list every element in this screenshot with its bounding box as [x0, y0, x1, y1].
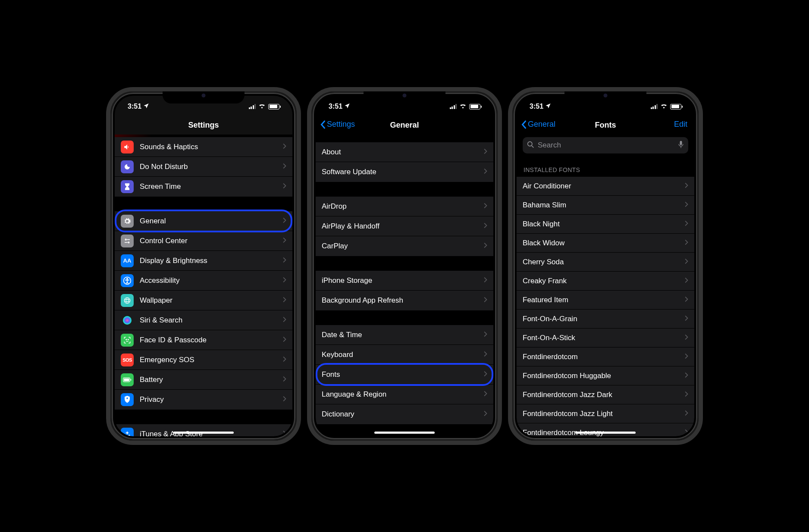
row-sos[interactable]: SOSEmergency SOS	[115, 350, 292, 370]
chevron-right-icon	[685, 296, 688, 304]
general-icon	[121, 215, 134, 228]
sos-icon: SOS	[121, 354, 134, 366]
row-label: Fonts	[322, 370, 484, 379]
row-dictionary[interactable]: Dictionary	[316, 404, 493, 424]
font-row[interactable]: Black Widow	[517, 234, 694, 253]
font-row[interactable]: Font-On-A-Grain	[517, 310, 694, 329]
home-indicator[interactable]	[374, 432, 435, 434]
row-keyboard[interactable]: Keyboard	[316, 345, 493, 365]
font-row[interactable]: Cherry Soda	[517, 253, 694, 272]
svg-point-17	[528, 141, 532, 146]
row-label: Keyboard	[322, 350, 484, 359]
row-date-time[interactable]: Date & Time	[316, 325, 493, 345]
fonts-list[interactable]: INSTALLED FONTSAir ConditionerBahama Sli…	[517, 166, 694, 436]
privacy-icon	[121, 393, 134, 406]
row-wallpaper[interactable]: Wallpaper	[115, 291, 292, 310]
status-time: 3:51	[329, 103, 342, 110]
wifi-icon	[258, 103, 266, 110]
font-row[interactable]: Air Conditioner	[517, 177, 694, 196]
font-row[interactable]: Creaky Frank	[517, 272, 694, 291]
font-row[interactable]: Fontdinerdotcom	[517, 347, 694, 366]
row-label: Creaky Frank	[523, 277, 685, 285]
chevron-right-icon	[283, 430, 286, 437]
row-software-update[interactable]: Software Update	[316, 162, 493, 182]
row-label: Control Center	[140, 237, 283, 245]
row-airdrop[interactable]: AirDrop	[316, 197, 493, 216]
search-placeholder: Search	[538, 141, 674, 150]
back-button[interactable]: Settings	[320, 120, 355, 129]
home-indicator[interactable]	[575, 432, 636, 434]
font-row[interactable]: Font-On-A-Stick	[517, 329, 694, 347]
back-button[interactable]: General	[521, 120, 555, 129]
font-row[interactable]: Fontdinerdotcom Jazz Dark	[517, 385, 694, 404]
row-label: Software Update	[322, 168, 484, 176]
chevron-right-icon	[685, 258, 688, 266]
chevron-right-icon	[283, 297, 286, 304]
mic-icon[interactable]	[678, 141, 684, 150]
wallpaper-icon	[121, 294, 134, 307]
row-label: Black Widow	[523, 239, 685, 247]
row-background-app-refresh[interactable]: Background App Refresh	[316, 291, 493, 310]
row-label: Font-On-A-Stick	[523, 334, 685, 342]
row-display[interactable]: AADisplay & Brightness	[115, 251, 292, 271]
row-airplay-handoff[interactable]: AirPlay & Handoff	[316, 216, 493, 236]
row-screentime[interactable]: Screen Time	[115, 177, 292, 197]
cellular-icon	[450, 104, 457, 109]
screentime-icon	[121, 180, 134, 193]
row-label: General	[140, 217, 283, 225]
row-label: Fontdinerdotcom Jazz Light	[523, 410, 685, 418]
battery-icon	[121, 373, 134, 386]
chevron-right-icon	[685, 220, 688, 228]
chevron-right-icon	[685, 315, 688, 323]
row-label: AirPlay & Handoff	[322, 222, 484, 231]
row-about[interactable]: About	[316, 142, 493, 162]
chevron-right-icon	[283, 143, 286, 151]
edit-button[interactable]: Edit	[674, 120, 687, 129]
chevron-right-icon	[685, 277, 688, 285]
font-row[interactable]: Featured Item	[517, 291, 694, 310]
home-indicator[interactable]	[173, 432, 234, 434]
row-label: Date & Time	[322, 331, 484, 339]
row-dnd[interactable]: Do Not Disturb	[115, 157, 292, 177]
row-faceid[interactable]: Face ID & Passcode	[115, 330, 292, 350]
font-row[interactable]: Bahama Slim	[517, 196, 694, 215]
row-fonts[interactable]: Fonts	[316, 365, 493, 385]
chevron-right-icon	[484, 391, 487, 398]
general-list[interactable]: AboutSoftware UpdateAirDropAirPlay & Han…	[316, 142, 493, 424]
chevron-right-icon	[283, 376, 286, 384]
row-accessibility[interactable]: Accessibility	[115, 271, 292, 291]
row-language-region[interactable]: Language & Region	[316, 385, 493, 404]
row-itunes[interactable]: iTunes & App Store	[115, 424, 292, 436]
settings-list[interactable]: Sounds & HapticsDo Not DisturbScreen Tim…	[115, 137, 292, 436]
row-siri[interactable]: Siri & Search	[115, 310, 292, 330]
row-carplay[interactable]: CarPlay	[316, 236, 493, 256]
row-label: Black Night	[523, 220, 685, 228]
row-label: Bahama Slim	[523, 201, 685, 210]
svg-point-0	[125, 239, 126, 240]
row-sounds[interactable]: Sounds & Haptics	[115, 137, 292, 157]
notch	[364, 91, 445, 103]
chevron-right-icon	[484, 168, 487, 176]
svg-point-4	[124, 297, 130, 304]
font-row[interactable]: Fontdinerdotcom Jazz Light	[517, 404, 694, 423]
row-general[interactable]: General	[115, 211, 292, 231]
status-time: 3:51	[530, 103, 543, 110]
search-input[interactable]: Search	[523, 137, 688, 153]
row-privacy[interactable]: Privacy	[115, 390, 292, 410]
chevron-right-icon	[283, 217, 286, 225]
row-iphone-storage[interactable]: iPhone Storage	[316, 271, 493, 291]
row-label: Emergency SOS	[140, 356, 283, 364]
back-label: General	[528, 120, 555, 129]
svg-point-8	[126, 339, 127, 340]
row-label: Dictionary	[322, 410, 484, 419]
row-controlcenter[interactable]: Control Center	[115, 231, 292, 251]
chevron-right-icon	[685, 372, 688, 380]
font-row[interactable]: Fontdinerdotcom Loungy	[517, 423, 694, 436]
font-row[interactable]: Fontdinerdotcom Huggable	[517, 366, 694, 385]
font-row[interactable]: Black Night	[517, 215, 694, 234]
row-battery[interactable]: Battery	[115, 370, 292, 390]
notch	[163, 91, 245, 103]
svg-rect-11	[124, 378, 129, 381]
row-label: Fontdinerdotcom Jazz Dark	[523, 391, 685, 399]
accessibility-icon	[121, 274, 134, 287]
